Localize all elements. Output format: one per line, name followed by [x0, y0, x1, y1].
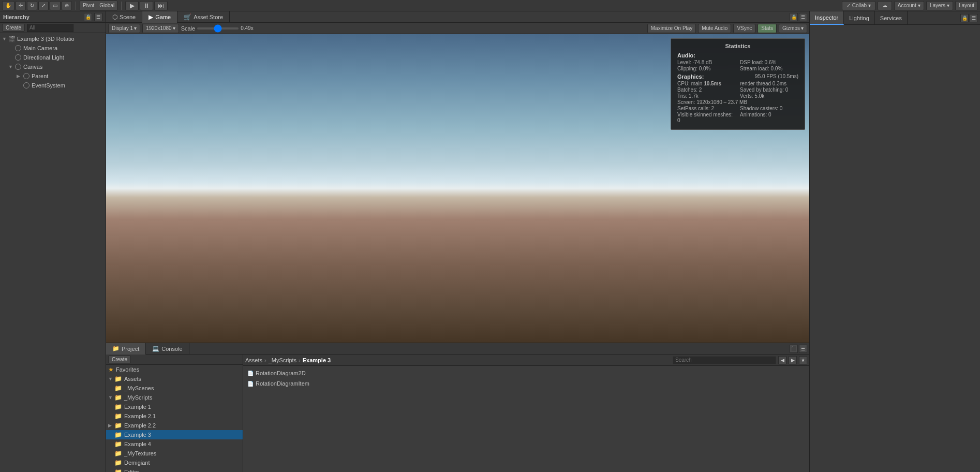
inspector-lock-btn[interactable]: 🔒	[960, 14, 969, 22]
bottom-menu-btn[interactable]: ☰	[799, 345, 807, 353]
parent-icon	[23, 72, 30, 80]
project-assets[interactable]: ▼ 📁 Assets	[106, 374, 243, 384]
maximize-on-play-btn[interactable]: Maximize On Play	[647, 24, 696, 33]
collab-btn[interactable]: ✓ Collab ▾	[842, 1, 875, 10]
clipping-label: Clipping: 0.0%	[677, 66, 736, 71]
stats-btn[interactable]: Stats	[758, 24, 777, 33]
project-tab[interactable]: 📁 Project	[106, 343, 146, 355]
gizmos-label: Gizmos	[782, 25, 800, 31]
tree-item-scene[interactable]: ▼ 🎬 Example 3 (3D Rotatio	[0, 34, 106, 43]
center-lock-btn[interactable]: 🔒	[790, 13, 798, 21]
project-example4[interactable]: 📁 Example 4	[106, 439, 243, 449]
example1-folder-icon: 📁	[114, 403, 122, 410]
project-search-input[interactable]	[673, 356, 776, 364]
move-tool-btn[interactable]: ✛	[16, 1, 26, 10]
project-nav-forward-btn[interactable]: ▶	[789, 356, 797, 364]
project-favorites-btn[interactable]: ★	[799, 356, 807, 364]
audio-row1: Level: -74.8 dB DSP load: 0.6%	[677, 60, 798, 65]
global-btn[interactable]: Global	[97, 1, 117, 10]
project-create-btn[interactable]: Create	[108, 356, 131, 363]
breadcrumb-myscripts[interactable]: _MyScripts	[269, 357, 296, 363]
vsync-btn[interactable]: VSync	[733, 24, 755, 33]
batches-row: Batches: 2 Saved by batching: 0	[677, 87, 798, 93]
inspector-menu-btn[interactable]: ☰	[970, 14, 978, 22]
project-example22[interactable]: ▶ 📁 Example 2.2	[106, 421, 243, 430]
inspector-tab[interactable]: Inspector	[810, 11, 844, 25]
animations-label: Animations: 0	[740, 112, 798, 123]
game-view[interactable]: Statistics Audio: Level: -74.8 dB DSP lo…	[106, 34, 809, 343]
pivot-btn[interactable]: Pivot	[80, 1, 97, 10]
project-myscenes[interactable]: 📁 _MyScenes	[106, 384, 243, 393]
project-mytextures[interactable]: 📁 _MyTextures	[106, 449, 243, 458]
audio-title: Audio:	[677, 52, 798, 58]
pause-btn[interactable]: ⏸	[140, 1, 153, 10]
hierarchy-search-input[interactable]	[27, 24, 73, 32]
tab-game[interactable]: ▶ Game	[142, 11, 177, 23]
tree-item-main-camera[interactable]: Main Camera	[0, 43, 106, 53]
tab-scene[interactable]: ⬡ Scene	[106, 11, 142, 23]
play-btn[interactable]: ▶	[125, 1, 139, 10]
project-tab-label: Project	[122, 346, 139, 352]
assets-arrow: ▼	[108, 376, 114, 381]
layout-dropdown[interactable]: Layout	[955, 1, 978, 10]
inspector-content	[810, 25, 980, 472]
tree-item-directional-light[interactable]: Directional Light	[0, 53, 106, 62]
dsp-load-label: DSP load: 0.6%	[740, 60, 798, 65]
project-myscripts[interactable]: ▼ 📁 _MyScripts	[106, 393, 243, 402]
project-demigiant[interactable]: 📁 Demigiant	[106, 458, 243, 467]
tree-label-directional-light: Directional Light	[23, 54, 64, 61]
breadcrumb-assets[interactable]: Assets	[245, 357, 262, 363]
render-label: render thread 0.3ms	[740, 81, 798, 86]
breadcrumb-example3: Example 3	[303, 357, 331, 363]
hand-tool-btn[interactable]: ✋	[2, 1, 14, 10]
center-menu-btn[interactable]: ☰	[799, 13, 807, 21]
hierarchy-create-btn[interactable]: Create	[2, 24, 25, 32]
console-tab[interactable]: 💻 Console	[146, 343, 189, 355]
project-left: Create ★ Favorites ▼ 📁 Assets	[106, 355, 243, 472]
rect-tool-btn[interactable]: ▭	[50, 1, 61, 10]
cpu-bold: 10.5ms	[704, 81, 721, 86]
tree-item-eventsystem[interactable]: EventSystem	[0, 81, 106, 90]
hierarchy-lock-btn[interactable]: 🔒	[84, 13, 92, 21]
project-example3[interactable]: 📁 Example 3	[106, 430, 243, 439]
hierarchy-tree: ▼ 🎬 Example 3 (3D Rotatio Main Camera Di…	[0, 33, 106, 472]
hierarchy-title: Hierarchy	[3, 14, 29, 20]
tab-asset-store[interactable]: 🛒 Asset Store	[177, 11, 230, 23]
gizmos-btn[interactable]: Gizmos ▾	[779, 24, 807, 33]
tree-item-canvas[interactable]: ▼ Canvas	[0, 62, 106, 71]
file-entry-rotation2d[interactable]: 📄 RotationDiagram2D	[245, 368, 807, 378]
example1-label: Example 1	[124, 404, 151, 410]
project-example1[interactable]: 📁 Example 1	[106, 402, 243, 411]
file-entry-rotationitem[interactable]: 📄 RotationDiagramItem	[245, 378, 807, 389]
console-tab-icon: 💻	[152, 345, 159, 352]
mute-audio-btn[interactable]: Mute Audio	[698, 24, 731, 33]
asset-store-tab-icon: 🛒	[184, 13, 191, 21]
step-btn[interactable]: ⏭	[154, 1, 168, 10]
layers-dropdown[interactable]: Layers ▾	[926, 1, 953, 10]
rotate-tool-btn[interactable]: ↻	[27, 1, 37, 10]
scale-tool-btn[interactable]: ⤢	[38, 1, 49, 10]
example3-folder-icon: 📁	[114, 431, 122, 438]
project-favorites[interactable]: ★ Favorites	[106, 365, 243, 374]
cloud-btn[interactable]: ☁	[878, 1, 892, 10]
services-tab[interactable]: Services	[875, 11, 908, 25]
project-editor[interactable]: 📁 Editor	[106, 467, 243, 472]
tree-item-parent[interactable]: ▶ Parent	[0, 71, 106, 81]
multi-tool-btn[interactable]: ⊕	[62, 1, 72, 10]
main-layout: Hierarchy 🔒 ☰ Create ▼ 🎬 Example 3 (3D R…	[0, 11, 980, 472]
lighting-tab[interactable]: Lighting	[844, 11, 875, 25]
game-toolbar: Display 1 ▾ 1920x1080 ▾ Scale 0.49x Maxi…	[106, 23, 809, 34]
tree-arrow-canvas: ▼	[8, 64, 14, 69]
project-nav-back-btn[interactable]: ◀	[778, 356, 786, 364]
display-dropdown[interactable]: Display 1 ▾	[108, 24, 140, 33]
project-tab-icon: 📁	[112, 345, 120, 352]
project-example21[interactable]: 📁 Example 2.1	[106, 411, 243, 421]
file-label-rotation2d: RotationDiagram2D	[256, 370, 306, 376]
account-dropdown[interactable]: Account ▾	[894, 1, 924, 10]
tris-row: Tris: 1.7k Verts: 5.0k	[677, 93, 798, 99]
scale-slider-input[interactable]	[197, 27, 239, 30]
bottom-collapse-btn[interactable]: ⬛	[790, 345, 798, 353]
inspector-tab-label: Inspector	[815, 14, 838, 21]
resolution-dropdown[interactable]: 1920x1080 ▾	[142, 24, 179, 33]
hierarchy-menu-btn[interactable]: ☰	[94, 13, 102, 21]
